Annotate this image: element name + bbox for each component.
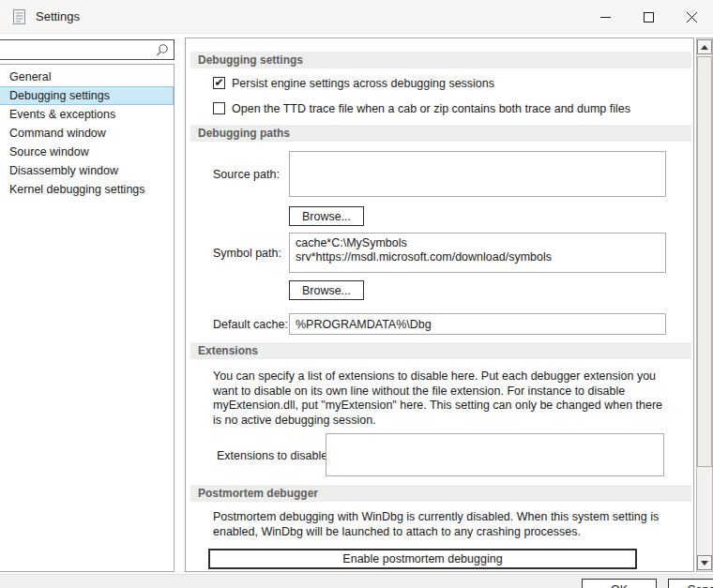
extensions-to-disable-input[interactable] (326, 433, 664, 476)
extensions-description: You can specify a list of extensions to … (213, 369, 667, 428)
scroll-up-button[interactable] (697, 39, 712, 54)
cancel-button[interactable]: Cancel (668, 579, 713, 588)
sidebar-item-source-window[interactable]: Source window (0, 143, 174, 161)
section-header-debugging-settings: Debugging settings (190, 52, 691, 68)
default-cache-input[interactable] (289, 313, 666, 335)
window-controls (584, 0, 713, 34)
section-header-debugging-paths: Debugging paths (190, 125, 691, 142)
persist-settings-label[interactable]: Persist engine settings across debugging… (232, 77, 494, 90)
sidebar-item-disassembly-window[interactable]: Disassembly window (0, 161, 174, 180)
sidebar-item-debugging-settings[interactable]: Debugging settings (0, 86, 174, 105)
sidebar-search (0, 39, 174, 60)
window-title: Settings (36, 9, 80, 23)
content-scrollbar (696, 38, 713, 572)
persist-settings-checkbox[interactable] (213, 77, 225, 89)
sidebar-item-command-window[interactable]: Command window (0, 124, 174, 143)
sidebar-item-general[interactable]: General (0, 68, 174, 86)
titlebar: Settings (0, 0, 713, 34)
close-button[interactable] (670, 0, 713, 34)
search-input[interactable] (0, 41, 155, 58)
sidebar-item-events-exceptions[interactable]: Events & exceptions (0, 105, 174, 124)
ok-button[interactable]: OK (582, 579, 657, 588)
default-cache-label: Default cache: (213, 318, 288, 331)
extensions-to-disable-label: Extensions to disable: (217, 449, 331, 462)
ttd-trace-label[interactable]: Open the TTD trace file when a cab or zi… (232, 102, 630, 115)
scrollbar-thumb[interactable] (697, 56, 712, 467)
ttd-trace-checkbox[interactable] (213, 102, 225, 114)
ttd-trace-row: Open the TTD trace file when a cab or zi… (213, 101, 630, 115)
scroll-down-button[interactable] (697, 555, 712, 570)
symbol-path-label: Symbol path: (213, 247, 281, 260)
browse-symbol-path-button[interactable]: Browse... (289, 280, 364, 300)
enable-postmortem-debugging-button[interactable]: Enable postmortem debugging (208, 549, 637, 569)
section-header-postmortem-debugger: Postmortem debugger (190, 485, 691, 502)
minimize-button[interactable] (584, 0, 627, 34)
persist-settings-row: Persist engine settings across debugging… (213, 76, 494, 90)
sidebar-item-kernel-debugging-settings[interactable]: Kernel debugging settings (0, 180, 174, 199)
maximize-button[interactable] (627, 0, 670, 34)
scroll-up-icon (701, 45, 708, 50)
settings-document-icon (12, 9, 26, 24)
source-path-label: Source path: (213, 168, 280, 181)
browse-source-path-button[interactable]: Browse... (289, 206, 364, 226)
symbol-path-input[interactable]: cache*C:\MySymbols srv*https://msdl.micr… (289, 233, 666, 273)
search-icon (155, 43, 169, 57)
settings-window: Settings General (0, 0, 713, 588)
section-header-extensions: Extensions (190, 342, 691, 359)
settings-category-list: General Debugging settings Events & exce… (0, 64, 174, 572)
postmortem-description: Postmortem debugging with WinDbg is curr… (213, 510, 665, 539)
source-path-input[interactable] (289, 151, 666, 197)
scroll-down-icon (701, 561, 708, 565)
